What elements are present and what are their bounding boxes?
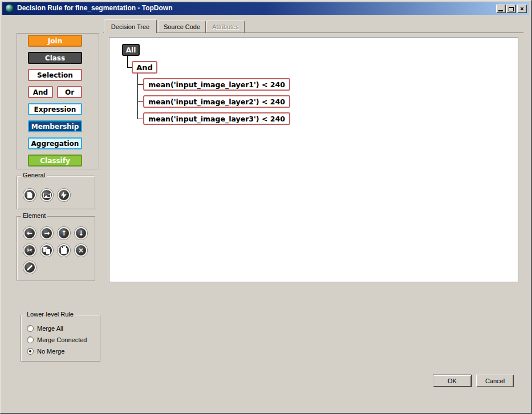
expression-button[interactable]: Expression bbox=[28, 103, 82, 115]
or-button[interactable]: Or bbox=[57, 86, 82, 98]
minimize-icon bbox=[498, 10, 503, 11]
tree-node-condition-1[interactable]: mean('input_image_layer1') < 240 bbox=[143, 78, 290, 91]
tree-connector bbox=[138, 102, 143, 102]
execute-button[interactable] bbox=[58, 189, 70, 201]
maximize-icon bbox=[509, 7, 514, 11]
tab-attributes: Attributes bbox=[206, 21, 245, 33]
lower-level-rule-label: Lower-level Rule bbox=[25, 311, 75, 318]
new-document-button[interactable] bbox=[23, 189, 36, 201]
tab-decision-tree-label: Decision Tree bbox=[111, 23, 149, 30]
tree-node-and[interactable]: And bbox=[132, 61, 157, 74]
aggregation-button[interactable]: Aggregation bbox=[28, 137, 82, 149]
paste-icon bbox=[61, 247, 67, 254]
radio-circle[interactable] bbox=[27, 336, 34, 343]
tab-decision-tree[interactable]: Decision Tree bbox=[104, 19, 157, 33]
minimize-button[interactable] bbox=[496, 5, 506, 13]
copy-icon bbox=[43, 247, 51, 254]
arrow-left-icon: ← bbox=[27, 230, 33, 237]
delete-button[interactable]: × bbox=[75, 244, 87, 257]
copy-button[interactable] bbox=[40, 244, 53, 257]
move-up-button[interactable]: ↑ bbox=[58, 227, 70, 240]
tab-attributes-label: Attributes bbox=[212, 23, 238, 30]
cancel-button[interactable]: Cancel bbox=[476, 375, 514, 387]
membership-button[interactable]: Membership bbox=[28, 120, 82, 132]
title-bar[interactable]: Decision Rule for fine_segmentation - To… bbox=[2, 2, 529, 15]
document-icon bbox=[27, 192, 33, 198]
tree-node-condition-3[interactable]: mean('input_image_layer3') < 240 bbox=[143, 112, 290, 125]
tree-connector bbox=[137, 74, 138, 119]
element-group-label: Element bbox=[21, 212, 47, 219]
radio-no-merge[interactable]: No Merge bbox=[27, 348, 64, 355]
arrow-right-icon: → bbox=[44, 230, 50, 237]
delete-icon: × bbox=[78, 247, 84, 254]
general-group-label: General bbox=[21, 172, 47, 178]
join-button[interactable]: Join bbox=[28, 35, 82, 47]
tab-source-code-label: Source Code bbox=[164, 23, 200, 30]
tab-source-code[interactable]: Source Code bbox=[158, 21, 206, 33]
move-right-button[interactable]: → bbox=[40, 227, 53, 240]
arrow-down-icon: ↓ bbox=[78, 230, 84, 237]
tree-node-condition-2[interactable]: mean('input_image_layer2') < 240 bbox=[143, 95, 290, 108]
maximize-button[interactable] bbox=[506, 5, 516, 13]
edit-button[interactable] bbox=[23, 261, 36, 274]
image-button[interactable] bbox=[40, 189, 53, 201]
image-icon bbox=[43, 193, 51, 198]
close-button[interactable]: × bbox=[517, 5, 527, 13]
tree-connector bbox=[138, 119, 143, 119]
move-left-button[interactable]: ← bbox=[23, 227, 36, 240]
selection-button[interactable]: Selection bbox=[28, 69, 82, 81]
decision-tree-canvas[interactable] bbox=[109, 37, 518, 282]
classify-button[interactable]: Classify bbox=[28, 155, 82, 167]
ok-button[interactable]: OK bbox=[433, 375, 472, 387]
tree-node-all[interactable]: All bbox=[122, 44, 140, 56]
and-button[interactable]: And bbox=[28, 86, 53, 98]
window-title: Decision Rule for fine_segmentation - To… bbox=[17, 4, 172, 12]
radio-merge-connected[interactable]: Merge Connected bbox=[27, 336, 87, 343]
paste-button[interactable] bbox=[58, 244, 70, 257]
tab-strip-baseline bbox=[103, 33, 523, 33]
tree-connector bbox=[127, 67, 132, 68]
app-icon bbox=[5, 4, 14, 13]
move-down-button[interactable]: ↓ bbox=[75, 227, 87, 240]
class-button[interactable]: Class bbox=[28, 52, 82, 64]
tree-connector bbox=[138, 84, 143, 85]
cut-icon: ✂ bbox=[27, 247, 33, 254]
arrow-up-icon: ↑ bbox=[61, 230, 67, 237]
cut-button[interactable]: ✂ bbox=[23, 244, 36, 257]
close-icon: × bbox=[520, 6, 523, 12]
lightning-icon bbox=[61, 192, 67, 199]
radio-merge-all-label: Merge All bbox=[37, 325, 63, 332]
dialog-window: Decision Rule for fine_segmentation - To… bbox=[0, 0, 532, 414]
edit-icon bbox=[27, 265, 33, 271]
radio-circle[interactable] bbox=[27, 325, 34, 332]
tree-connector bbox=[127, 56, 128, 68]
radio-merge-connected-label: Merge Connected bbox=[37, 336, 87, 343]
radio-no-merge-label: No Merge bbox=[37, 348, 64, 355]
radio-merge-all[interactable]: Merge All bbox=[27, 325, 63, 332]
radio-circle-selected[interactable] bbox=[27, 348, 34, 355]
